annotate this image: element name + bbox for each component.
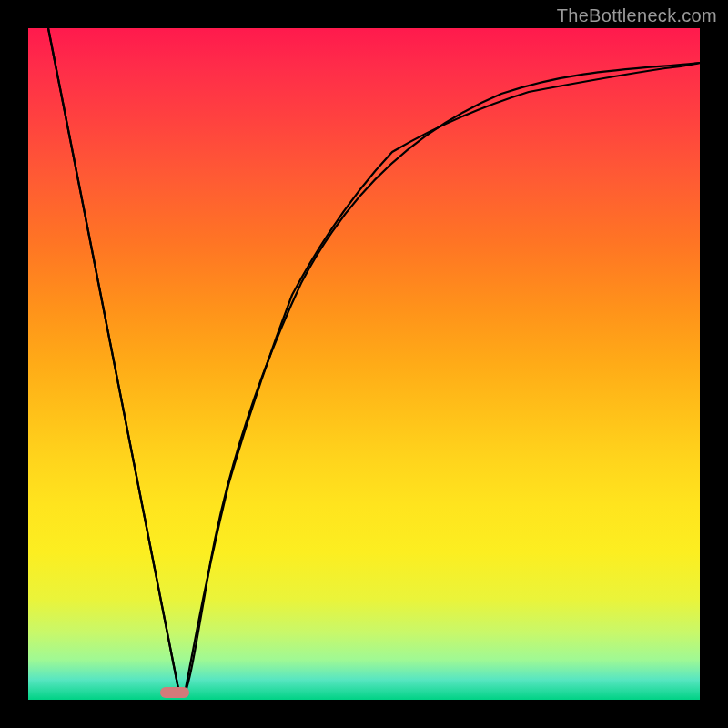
curve-left: [48, 28, 179, 693]
bottleneck-marker: [160, 687, 189, 698]
curve-path: [48, 28, 700, 693]
plot-curve-svg: [28, 28, 700, 700]
watermark-text: TheBottleneck.com: [557, 5, 717, 26]
curve-right: [185, 63, 700, 693]
chart-container: { "watermark": "TheBottleneck.com", "col…: [0, 0, 728, 728]
